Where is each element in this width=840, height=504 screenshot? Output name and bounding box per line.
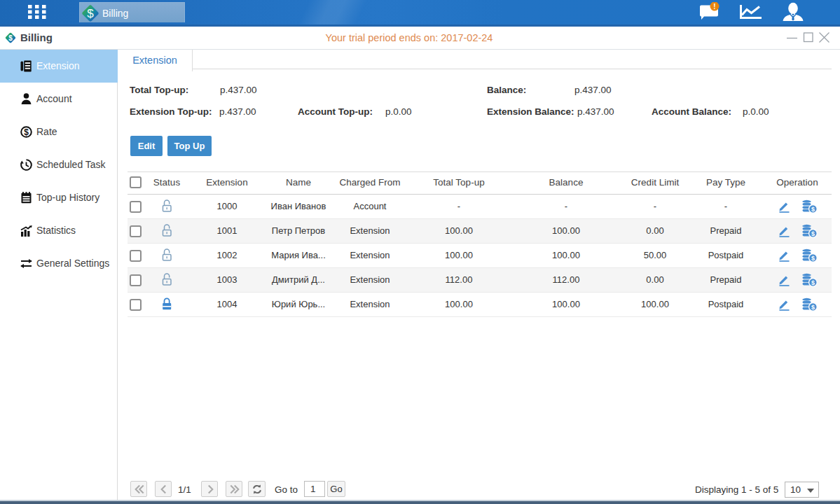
svg-text:$: $ <box>811 279 815 286</box>
svg-text:$: $ <box>811 255 815 262</box>
svg-text:$: $ <box>811 206 815 213</box>
svg-text:!: ! <box>713 3 715 10</box>
svg-text:$: $ <box>811 230 815 237</box>
svg-text:$: $ <box>8 34 13 42</box>
svg-text:$: $ <box>87 7 94 20</box>
svg-text:$: $ <box>24 127 29 137</box>
svg-text:$: $ <box>811 304 815 311</box>
